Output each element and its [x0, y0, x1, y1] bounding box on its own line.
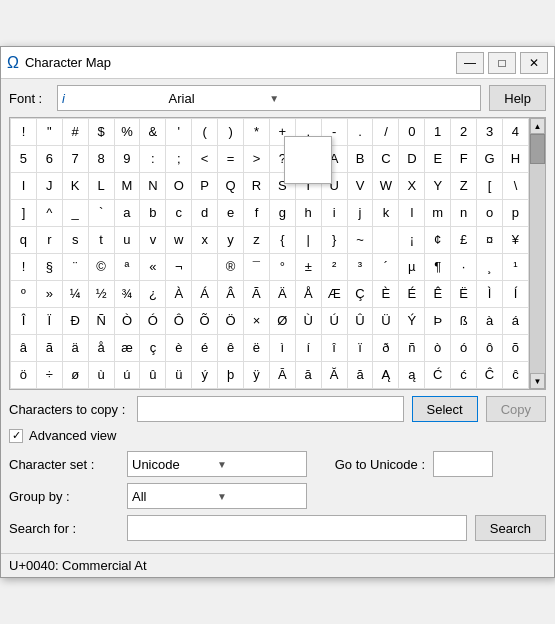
char-cell[interactable]: ¨ — [62, 254, 88, 281]
char-cell[interactable]: @@ — [295, 146, 321, 173]
char-cell[interactable]: î — [321, 335, 347, 362]
char-cell[interactable]: ã — [36, 335, 62, 362]
char-cell[interactable]: : — [140, 146, 166, 173]
char-cell[interactable]: Ë — [451, 281, 477, 308]
char-cell[interactable]: ! — [11, 254, 37, 281]
char-cell[interactable]: ] — [11, 200, 37, 227]
char-cell[interactable]: ô — [477, 335, 503, 362]
char-cell[interactable]: ; — [166, 146, 192, 173]
char-cell[interactable]: Ú — [321, 308, 347, 335]
char-cell[interactable]: Ô — [166, 308, 192, 335]
scroll-up-arrow[interactable]: ▲ — [530, 118, 545, 134]
search-button[interactable]: Search — [475, 515, 546, 541]
char-cell[interactable]: ö — [11, 362, 37, 389]
char-cell[interactable]: i — [321, 200, 347, 227]
char-cell[interactable]: Ñ — [88, 308, 114, 335]
char-cell[interactable]: « — [140, 254, 166, 281]
char-cell[interactable]: Â — [218, 281, 244, 308]
char-cell[interactable]: X — [399, 173, 425, 200]
char-cell[interactable]: l — [399, 200, 425, 227]
char-cell[interactable]: § — [36, 254, 62, 281]
char-cell[interactable]: b — [140, 200, 166, 227]
char-cell[interactable]: Î — [11, 308, 37, 335]
char-cell[interactable]: o — [477, 200, 503, 227]
maximize-button[interactable]: □ — [488, 52, 516, 74]
char-cell[interactable]: D — [399, 146, 425, 173]
char-cell[interactable]: ` — [88, 200, 114, 227]
char-cell[interactable]: B — [347, 146, 373, 173]
char-cell[interactable]: L — [88, 173, 114, 200]
char-cell[interactable]: á — [502, 308, 528, 335]
char-cell[interactable]: Ø — [269, 308, 295, 335]
char-cell[interactable]: À — [166, 281, 192, 308]
char-cell[interactable]: × — [244, 308, 270, 335]
char-cell[interactable]: ç — [140, 335, 166, 362]
char-cell[interactable]: ¿ — [140, 281, 166, 308]
char-cell[interactable]: 7 — [62, 146, 88, 173]
char-cell[interactable]: m — [425, 200, 451, 227]
char-cell[interactable]: ĉ — [502, 362, 528, 389]
char-cell[interactable]: é — [192, 335, 218, 362]
char-cell[interactable]: © — [88, 254, 114, 281]
char-cell[interactable]: 5 — [11, 146, 37, 173]
goto-unicode-input[interactable] — [433, 451, 493, 477]
char-cell[interactable]: I — [11, 173, 37, 200]
char-cell[interactable]: d — [192, 200, 218, 227]
char-cell[interactable]: K — [62, 173, 88, 200]
char-cell[interactable]: ñ — [399, 335, 425, 362]
char-cell[interactable]: È — [373, 281, 399, 308]
char-cell[interactable]: " — [36, 119, 62, 146]
close-button[interactable]: ✕ — [520, 52, 548, 74]
char-cell[interactable]: e — [218, 200, 244, 227]
char-cell[interactable]: * — [244, 119, 270, 146]
char-cell[interactable]: | — [295, 227, 321, 254]
char-cell[interactable]: < — [192, 146, 218, 173]
char-cell[interactable]: ² — [321, 254, 347, 281]
charset-dropdown[interactable]: Unicode ▼ — [127, 451, 307, 477]
char-cell[interactable]: u — [114, 227, 140, 254]
char-cell[interactable]: J — [36, 173, 62, 200]
char-cell[interactable]: - — [321, 119, 347, 146]
scrollbar-thumb[interactable] — [530, 134, 545, 164]
char-cell[interactable]: + — [269, 119, 295, 146]
char-cell[interactable]: ³ — [347, 254, 373, 281]
char-cell[interactable]: Ê — [425, 281, 451, 308]
advanced-view-checkbox[interactable]: ✓ — [9, 429, 23, 443]
char-cell[interactable]: û — [140, 362, 166, 389]
char-cell[interactable]: ò — [425, 335, 451, 362]
char-cell[interactable]: ¯ — [244, 254, 270, 281]
char-cell[interactable]: Ĉ — [477, 362, 503, 389]
char-cell[interactable]: s — [62, 227, 88, 254]
char-cell[interactable]: = — [218, 146, 244, 173]
char-cell[interactable]: R — [244, 173, 270, 200]
char-cell[interactable]: ' — [166, 119, 192, 146]
scrollbar-track[interactable] — [530, 134, 545, 373]
char-cell[interactable]: g — [269, 200, 295, 227]
char-cell[interactable]: í — [295, 335, 321, 362]
char-cell[interactable]: T — [295, 173, 321, 200]
char-cell[interactable]: p — [502, 200, 528, 227]
char-cell[interactable]: ă — [347, 362, 373, 389]
char-cell[interactable]: P — [192, 173, 218, 200]
char-cell[interactable]: j — [347, 200, 373, 227]
char-cell[interactable]: H — [502, 146, 528, 173]
char-cell[interactable]: Û — [347, 308, 373, 335]
chars-to-copy-input[interactable] — [137, 396, 404, 422]
char-cell[interactable]: v — [140, 227, 166, 254]
char-cell[interactable]: ð — [373, 335, 399, 362]
char-cell[interactable]: t — [88, 227, 114, 254]
char-cell[interactable]: ± — [295, 254, 321, 281]
char-cell[interactable]: » — [36, 281, 62, 308]
char-cell[interactable]: è — [166, 335, 192, 362]
char-cell[interactable]: M — [114, 173, 140, 200]
char-cell[interactable]: O — [166, 173, 192, 200]
char-cell[interactable]: W — [373, 173, 399, 200]
char-cell[interactable]: ¬ — [166, 254, 192, 281]
char-cell[interactable]: # — [62, 119, 88, 146]
advanced-view-label[interactable]: Advanced view — [29, 428, 116, 443]
char-cell[interactable]: Ì — [477, 281, 503, 308]
char-cell[interactable]: h — [295, 200, 321, 227]
char-cell[interactable]: ý — [192, 362, 218, 389]
char-cell[interactable]: ø — [62, 362, 88, 389]
char-cell[interactable]: ÷ — [36, 362, 62, 389]
